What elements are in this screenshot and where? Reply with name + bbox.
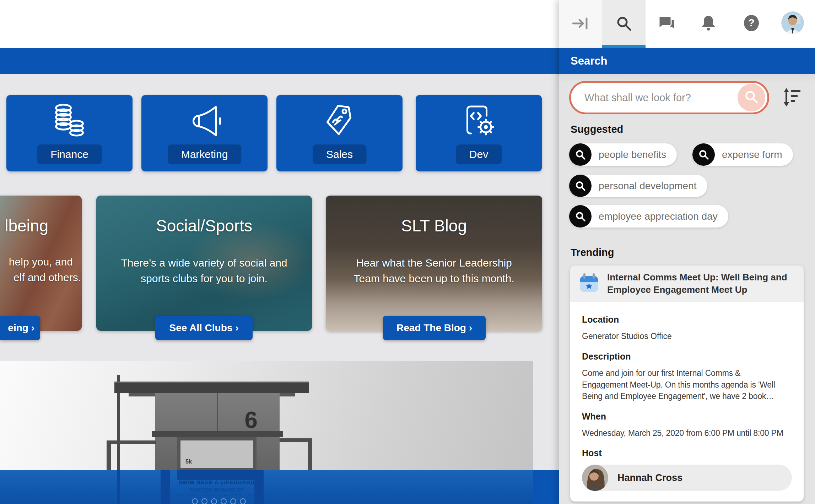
description-line: Engagement Meet-Up. On this months agend…	[582, 379, 792, 391]
sign-pictograms	[192, 498, 246, 504]
tower-signboard-inner: 5k	[180, 440, 253, 468]
tile-marketing[interactable]: Marketing	[141, 95, 268, 171]
description-value: Come and join for our first Internal Com…	[582, 367, 792, 402]
tower-trim	[152, 431, 283, 437]
search-panel: ? Search	[559, 0, 815, 504]
suggestion-pill[interactable]: employee appreciation day	[569, 205, 728, 228]
wellbeing-text: elf and others.	[14, 270, 81, 285]
band-pole-silhouette	[117, 470, 120, 504]
tile-marketing-label: Marketing	[168, 144, 242, 164]
coins-icon	[47, 102, 92, 144]
tile-dev-label: Dev	[456, 144, 502, 164]
svg-text:?: ?	[748, 17, 755, 28]
suggestion-label: employee appreciation day	[599, 211, 718, 222]
event-title-line: Internal Comms Meet Up: Well Being and	[607, 271, 787, 284]
blog-text: Hear what the Senior Leadership	[326, 255, 542, 271]
panel-body: Suggested people benefits expense form	[559, 74, 815, 504]
wellbeing-button[interactable]: eing ›	[0, 316, 40, 340]
user-avatar[interactable]	[781, 11, 804, 34]
panel-title: Search	[571, 48, 815, 74]
suggestion-label: expense form	[722, 149, 782, 160]
chat-button[interactable]	[656, 13, 677, 34]
sort-icon	[783, 102, 801, 108]
description-label: Description	[582, 351, 792, 362]
tile-dev[interactable]: Dev	[416, 95, 542, 171]
event-title: Internal Comms Meet Up: Well Being and E…	[607, 271, 787, 296]
event-title-line: Employee Engagement Meet Up	[607, 284, 787, 296]
when-value: Wednesday, March 25, 2020 from 6:00 PM u…	[582, 427, 792, 439]
suggestion-pill[interactable]: personal development	[569, 175, 707, 197]
sign-line2: CAUTION BEWARE OF	[142, 487, 291, 493]
host-chip[interactable]: Hannah Cross	[582, 465, 792, 491]
when-label: When	[582, 411, 792, 422]
wellbeing-text: help you, and	[9, 254, 73, 270]
tower-roof	[114, 382, 309, 393]
tower-number: 6	[244, 406, 258, 433]
megaphone-icon	[182, 102, 227, 144]
see-all-clubs-button[interactable]: See All Clubs ›	[155, 316, 253, 340]
main-header	[0, 0, 559, 48]
sort-results-button[interactable]	[783, 87, 801, 107]
wellbeing-title: lbeing	[5, 216, 48, 235]
collapse-arrow-icon	[572, 17, 589, 31]
code-file-gear-icon	[457, 102, 501, 144]
tower-rail-left	[107, 440, 156, 444]
card-social-sports[interactable]: Social/Sports There’s a wide variety of …	[96, 196, 312, 331]
tile-sales[interactable]: Sales	[276, 95, 403, 171]
calendar-event-icon	[579, 273, 599, 295]
trending-card-body: Location Generator Studios Office Descri…	[570, 302, 804, 502]
search-icon	[616, 16, 632, 33]
band-sign-silhouette	[177, 470, 257, 480]
blue-band-right	[533, 470, 559, 504]
blue-overlay-band: SWIM NEAR A LIFEGUARD CAUTION BEWARE OF …	[0, 470, 533, 504]
tower-post-left	[107, 440, 111, 470]
search-icon	[569, 175, 592, 197]
tower-door-seam	[217, 393, 218, 432]
card-wellbeing[interactable]: lbeing help you, and elf and others.	[0, 196, 82, 331]
description-line: Being and Employee Engagement', we have …	[582, 390, 792, 402]
notifications-button[interactable]	[698, 13, 719, 34]
panel-header: Search	[559, 48, 815, 74]
search-icon	[744, 90, 759, 105]
main-navbar	[0, 48, 559, 74]
sign-mark: 5k	[185, 459, 192, 465]
price-tag-icon	[317, 102, 362, 144]
collapse-panel-button[interactable]	[559, 0, 602, 48]
panel-icon-bar: ?	[559, 0, 815, 48]
suggestion-pill[interactable]: expense form	[692, 143, 793, 166]
tower-rail-right	[280, 438, 312, 442]
suggestion-label: people benefits	[599, 149, 666, 160]
tile-finance-label: Finance	[37, 144, 102, 164]
tower-post-right	[308, 438, 312, 470]
blog-text: Team have been up to this month.	[326, 271, 542, 286]
card-slt-blog[interactable]: SLT Blog Hear what the Senior Leadership…	[326, 196, 542, 331]
read-the-blog-button[interactable]: Read The Blog ›	[383, 316, 486, 340]
chat-icon	[658, 15, 675, 33]
description-line: Come and join for our first Internal Com…	[582, 367, 792, 379]
suggestion-pill[interactable]: people benefits	[569, 143, 677, 166]
search-icon	[692, 143, 715, 166]
hero-lifeguard-photo: 6 5k SWIM NEAR A LIFEGUARD CAUTION BEWAR…	[0, 361, 533, 504]
host-label: Host	[582, 448, 792, 458]
tile-finance[interactable]: Finance	[6, 95, 133, 171]
help-icon: ?	[743, 14, 760, 33]
search-box	[569, 81, 769, 114]
location-value: Generator Studios Office	[582, 330, 792, 342]
bell-icon	[701, 15, 716, 33]
active-tab-underline	[602, 45, 646, 48]
social-text: sports clubs for you to join.	[96, 271, 312, 286]
social-title: Social/Sports	[96, 216, 312, 235]
help-button[interactable]: ?	[741, 13, 762, 34]
trending-heading: Trending	[571, 247, 614, 258]
host-avatar	[582, 465, 608, 491]
search-icon	[569, 143, 592, 166]
search-submit-button[interactable]	[738, 84, 765, 111]
host-name: Hannah Cross	[617, 472, 682, 483]
suggestion-label: personal development	[599, 180, 697, 192]
trending-card-header: Internal Comms Meet Up: Well Being and E…	[570, 265, 804, 302]
trending-event-card[interactable]: Internal Comms Meet Up: Well Being and E…	[570, 265, 804, 502]
tab-search[interactable]	[602, 0, 646, 48]
sign-line1: SWIM NEAR A LIFEGUARD	[142, 479, 291, 485]
search-input[interactable]	[584, 83, 726, 113]
blog-title: SLT Blog	[326, 216, 542, 235]
